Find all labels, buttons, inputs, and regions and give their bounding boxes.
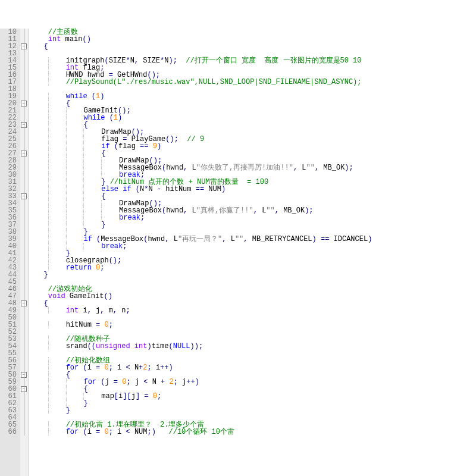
token-op: ;) xyxy=(147,428,155,436)
token-id: flag xyxy=(118,143,140,150)
token-id: L xyxy=(192,207,196,214)
token-op: , xyxy=(293,164,302,171)
code-line[interactable]: break; xyxy=(31,243,476,250)
token-str: "再玩一局？" xyxy=(178,236,222,243)
token-num: 2 xyxy=(170,378,174,386)
token-op: () xyxy=(104,293,112,300)
token-id: N xyxy=(130,57,134,64)
token-op: ( xyxy=(87,93,96,100)
token-op: = xyxy=(114,378,122,386)
token-op: ) xyxy=(100,93,104,100)
code-line[interactable]: while (1) xyxy=(31,93,476,100)
token-op: ( xyxy=(79,428,87,436)
token-id: N xyxy=(152,378,161,386)
token-type: int xyxy=(48,36,61,43)
token-id: j xyxy=(182,378,186,386)
token-op: ( xyxy=(162,164,166,171)
token-op: (); xyxy=(109,257,122,264)
token-id: L xyxy=(231,236,235,243)
fold-column[interactable]: −−−−−−−− xyxy=(20,29,29,476)
code-line[interactable]: while (1) xyxy=(31,114,476,121)
token-op: < xyxy=(143,378,152,386)
code-line[interactable]: } xyxy=(31,221,476,228)
code-line[interactable]: map[i][j] = 0; xyxy=(31,393,476,400)
code-line[interactable]: void GameInit() xyxy=(31,293,476,300)
token-op: } xyxy=(83,400,87,407)
token-op: ; xyxy=(100,264,104,271)
token-op: ( xyxy=(105,114,113,121)
token-id: i xyxy=(118,393,123,400)
token-kw: NULL xyxy=(173,343,190,350)
token-op: < xyxy=(126,364,134,371)
token-id: N xyxy=(140,186,144,193)
code-line[interactable]: //PlaySound(L"./res/music.wav",NULL,SND_… xyxy=(31,79,476,86)
token-cmt: //10个循环 10个雷 xyxy=(169,428,234,436)
token-type: int xyxy=(134,343,148,350)
token-kw: for xyxy=(66,428,79,436)
token-op: ][ xyxy=(123,393,131,400)
token-op: = xyxy=(96,364,104,371)
token-op: ++) xyxy=(186,378,199,386)
token-id: SIZE xyxy=(109,57,126,64)
token-op: + xyxy=(139,364,143,371)
token-id: i xyxy=(87,428,96,436)
code-line[interactable]: hitNum = 0; xyxy=(31,321,476,328)
code-line[interactable]: return 0; xyxy=(31,264,476,271)
token-op: ( xyxy=(162,207,166,214)
token-op: , xyxy=(113,307,121,314)
token-op: ; xyxy=(140,214,145,221)
code-line[interactable]: } xyxy=(31,271,476,278)
code-line[interactable]: } xyxy=(31,400,476,407)
token-num: 0 xyxy=(122,378,126,386)
token-type: unsigned xyxy=(96,343,130,350)
token-id: j xyxy=(105,378,113,386)
token-op: () xyxy=(82,36,90,43)
token-op: * xyxy=(144,186,148,193)
token-type: void xyxy=(48,293,65,300)
code-line[interactable]: for (i = 0; i < N+2; i++) xyxy=(31,364,476,371)
token-op: ) xyxy=(147,343,151,350)
code-editor[interactable]: 1011121314151617181920212223242526272829… xyxy=(0,29,476,476)
code-line[interactable]: } xyxy=(31,407,476,414)
token-op: } xyxy=(101,221,105,228)
token-op: { xyxy=(44,43,48,50)
code-line[interactable]: { xyxy=(31,43,476,50)
token-op: ; xyxy=(157,393,161,400)
token-id: L xyxy=(192,164,196,171)
token-op: ++) xyxy=(160,364,173,371)
token-num: 0 xyxy=(104,428,108,436)
token-cmt: // 9 xyxy=(187,136,204,143)
code-line[interactable]: //主函数 xyxy=(31,29,476,36)
token-num: 0 xyxy=(104,364,108,371)
code-line[interactable]: srand((unsigned int)time(NULL)); xyxy=(31,343,476,350)
token-op: < xyxy=(126,428,134,436)
token-str: "你失败了,再接再厉!加油!!" xyxy=(196,164,293,171)
token-op: ; xyxy=(109,364,117,371)
token-id: hwnd xyxy=(166,207,183,214)
token-op: ) xyxy=(157,143,161,150)
code-area[interactable]: //主函数 int main() { initgraph(SIZE*N, SIZ… xyxy=(29,29,476,476)
code-line[interactable]: for (j = 0; j < N + 2; j++) xyxy=(31,378,476,386)
token-op: ( xyxy=(96,378,105,386)
token-op: * xyxy=(126,57,130,64)
token-op: * xyxy=(160,57,164,64)
line-number: 66 xyxy=(1,428,17,436)
token-op: = xyxy=(96,428,104,436)
token-num: 0 xyxy=(96,264,100,271)
token-op: = xyxy=(96,321,104,328)
code-line[interactable]: int i, j, m, n; xyxy=(31,307,476,314)
token-str: "" xyxy=(235,236,243,243)
token-op: (( xyxy=(87,343,96,350)
code-line[interactable]: int main() xyxy=(31,36,476,43)
token-kw: return xyxy=(66,264,92,271)
token-op: == xyxy=(196,186,209,193)
token-id: L xyxy=(302,164,306,171)
code-line[interactable]: for (i = 0; i < NUM;) //10个循环 10个雷 xyxy=(31,428,476,436)
token-id: N xyxy=(134,364,139,371)
token-op: , xyxy=(315,164,323,171)
code-line[interactable] xyxy=(31,278,476,286)
token-id: map xyxy=(101,393,114,400)
token-str: "真棒,你赢了!!" xyxy=(196,207,253,214)
token-op: } xyxy=(66,407,70,414)
token-op: == xyxy=(140,143,153,150)
